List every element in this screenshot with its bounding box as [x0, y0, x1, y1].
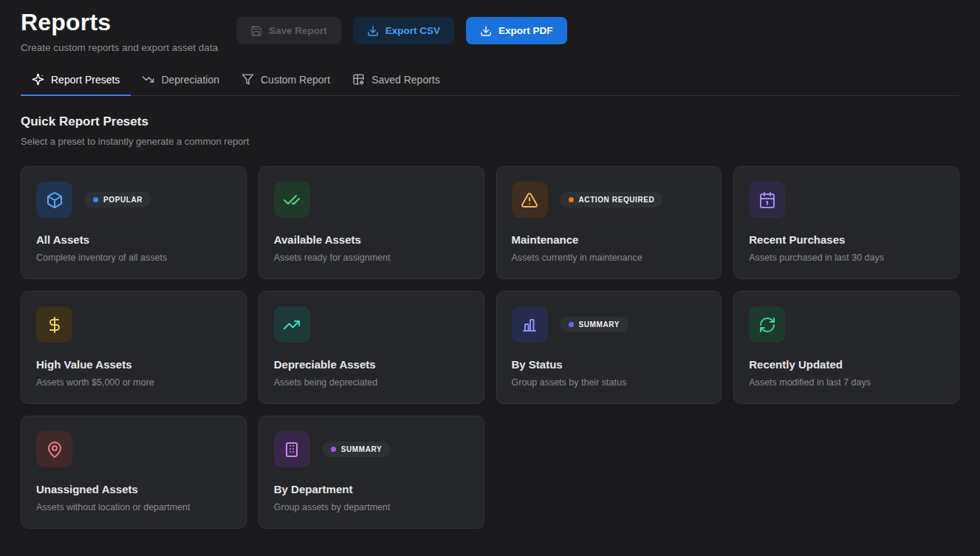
- page-subtitle: Create custom reports and export asset d…: [21, 42, 236, 53]
- tab-depreciation[interactable]: Depreciation: [131, 73, 230, 95]
- preset-title: High Value Assets: [36, 358, 231, 371]
- preset-title: Available Assets: [274, 233, 469, 246]
- download-icon: [480, 25, 492, 37]
- box-icon: [36, 182, 72, 218]
- preset-card[interactable]: SUMMARY By Status Group assets by their …: [496, 291, 722, 404]
- badge-label: SUMMARY: [341, 445, 383, 453]
- trending-down-icon: [142, 73, 154, 86]
- calendar-icon: [749, 182, 785, 218]
- export-csv-label: Export CSV: [386, 25, 440, 36]
- preset-description: Assets worth $5,000 or more: [36, 377, 231, 388]
- preset-description: Assets ready for assignment: [274, 253, 469, 263]
- tab-label: Custom Report: [261, 74, 330, 86]
- building-icon: [274, 431, 310, 467]
- preset-description: Assets without location or department: [36, 502, 231, 512]
- preset-description: Group assets by department: [274, 502, 469, 512]
- preset-card[interactable]: ACTION REQUIRED Maintenance Assets curre…: [496, 166, 722, 279]
- preset-card[interactable]: Depreciable Assets Assets being deprecia…: [258, 291, 484, 404]
- preset-title: Depreciable Assets: [274, 358, 469, 371]
- badge-label: POPULAR: [103, 196, 143, 204]
- export-pdf-label: Export PDF: [498, 25, 553, 36]
- download-icon: [367, 25, 379, 37]
- trending-up-icon: [274, 306, 310, 343]
- preset-card[interactable]: Unassigned Assets Assets without locatio…: [21, 416, 247, 529]
- preset-title: Maintenance: [512, 233, 707, 246]
- map-pin-icon: [36, 431, 72, 467]
- preset-badge: SUMMARY: [560, 317, 629, 332]
- dollar-sign-icon: [36, 306, 72, 343]
- report-tabs: Report Presets Depreciation Custom Repor…: [21, 73, 959, 96]
- badge-dot: [331, 447, 336, 452]
- preset-card[interactable]: Recently Updated Assets modified in last…: [733, 291, 959, 404]
- page-title: Reports: [21, 9, 236, 36]
- badge-dot: [569, 197, 574, 202]
- preset-badge: SUMMARY: [322, 442, 391, 457]
- preset-title: By Status: [512, 358, 707, 371]
- section-title: Quick Report Presets: [21, 114, 959, 129]
- tab-label: Depreciation: [161, 74, 219, 86]
- preset-title: Unassigned Assets: [36, 483, 231, 495]
- preset-description: Assets being depreciated: [274, 377, 469, 388]
- tab-saved-reports[interactable]: Saved Reports: [341, 73, 451, 95]
- sparkles-icon: [32, 73, 44, 86]
- preset-description: Assets modified in last 7 days: [749, 377, 944, 388]
- table-settings-icon: [352, 73, 365, 86]
- preset-description: Group assets by their status: [512, 377, 707, 388]
- section-subtitle: Select a preset to instantly generate a …: [21, 136, 959, 147]
- preset-card[interactable]: Recent Purchases Assets purchased in las…: [733, 166, 959, 279]
- header-buttons: Save Report Export CSV Export PDF: [236, 17, 567, 44]
- badge-dot: [569, 322, 574, 327]
- preset-title: Recently Updated: [749, 358, 944, 371]
- filter-icon: [241, 73, 254, 86]
- check-check-icon: [274, 182, 310, 218]
- preset-title: By Department: [274, 483, 469, 495]
- preset-card[interactable]: High Value Assets Assets worth $5,000 or…: [21, 291, 247, 404]
- preset-title: All Assets: [36, 233, 231, 246]
- bar-chart-icon: [512, 306, 548, 343]
- title-block: Reports Create custom reports and export…: [21, 9, 236, 53]
- preset-grid: POPULAR All Assets Complete inventory of…: [21, 166, 959, 529]
- refresh-icon: [749, 306, 785, 343]
- preset-card[interactable]: Available Assets Assets ready for assign…: [258, 166, 484, 279]
- tab-label: Saved Reports: [371, 74, 440, 86]
- save-icon: [250, 25, 262, 37]
- preset-description: Complete inventory of all assets: [36, 253, 231, 263]
- preset-badge: ACTION REQUIRED: [560, 192, 664, 207]
- badge-label: ACTION REQUIRED: [579, 196, 655, 204]
- preset-badge: POPULAR: [84, 192, 151, 207]
- page-header: Reports Create custom reports and export…: [21, 9, 959, 53]
- preset-card[interactable]: POPULAR All Assets Complete inventory of…: [21, 166, 247, 279]
- preset-description: Assets currently in maintenance: [512, 253, 707, 263]
- preset-title: Recent Purchases: [749, 233, 944, 246]
- save-report-label: Save Report: [269, 25, 327, 36]
- export-pdf-button[interactable]: Export PDF: [466, 17, 567, 44]
- tab-report-presets[interactable]: Report Presets: [21, 73, 131, 95]
- reports-page: Reports Create custom reports and export…: [0, 0, 980, 529]
- save-report-button[interactable]: Save Report: [236, 17, 341, 44]
- alert-triangle-icon: [512, 182, 548, 218]
- badge-dot: [93, 197, 98, 202]
- badge-label: SUMMARY: [579, 320, 620, 329]
- tab-custom-report[interactable]: Custom Report: [230, 73, 341, 95]
- export-csv-button[interactable]: Export CSV: [353, 17, 454, 44]
- preset-description: Assets purchased in last 30 days: [749, 253, 944, 263]
- preset-card[interactable]: SUMMARY By Department Group assets by de…: [258, 416, 484, 529]
- tab-label: Report Presets: [51, 74, 120, 86]
